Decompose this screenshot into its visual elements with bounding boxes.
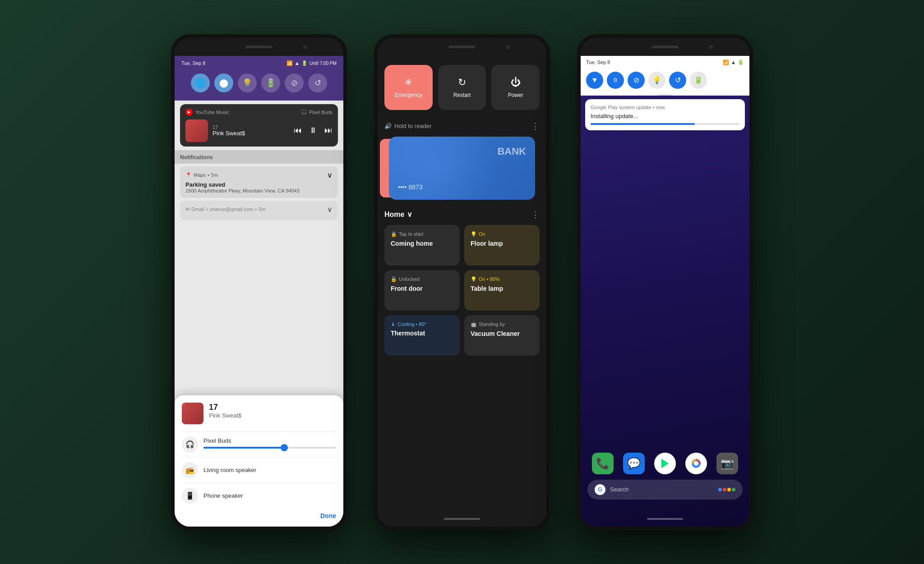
card-number: •••• 8873 [398, 183, 423, 191]
notifications-section-header: Notifications [175, 150, 343, 164]
autorotate-tile[interactable]: ↺ [308, 73, 327, 92]
next-button[interactable]: ⏭ [324, 126, 333, 135]
volume-row [203, 444, 336, 451]
home-header: Home ∨ ⋮ [384, 210, 540, 220]
p3-battery-tile[interactable]: 🔋 [690, 72, 707, 89]
front-camera-2 [506, 45, 510, 49]
emergency-button[interactable]: ✳ Emergency [384, 65, 433, 110]
phone-app-icon[interactable]: 📞 [592, 453, 614, 474]
p3-dnd-tile[interactable]: ⊘ [628, 72, 645, 89]
play-pause-button[interactable]: ⏸ [309, 126, 317, 135]
power-button[interactable]: ⏻ Power [491, 65, 540, 110]
nfc-title: 🔊 Hold to reader [384, 123, 431, 129]
maps-notification[interactable]: 📍 Maps • 5m ∨ Parking saved 1600 Amphith… [180, 166, 338, 198]
messages-app-icon[interactable]: 💬 [623, 453, 645, 474]
volume-slider[interactable] [203, 447, 336, 449]
nfc-section: 🔊 Hold to reader ⋮ BANK •••• 8873 [378, 117, 546, 204]
p3-sync-tile[interactable]: ↺ [669, 72, 686, 89]
notif-chevron-icon: ∨ [327, 171, 333, 179]
living-room-label: Living room speaker [203, 467, 256, 473]
phone-speaker-icon: 📱 [182, 488, 198, 504]
notifications-label: Notifications [180, 154, 213, 160]
p3-date: Tue, Sep 8 [586, 60, 610, 65]
pixel-buds-output[interactable]: 🎧 Pixel Buds [182, 431, 336, 457]
prev-button[interactable]: ⏮ [294, 126, 302, 135]
bank-card[interactable]: BANK •••• 8873 [389, 137, 535, 200]
play-store-icon[interactable] [654, 453, 676, 474]
home-more-icon[interactable]: ⋮ [531, 210, 540, 220]
nfc-more-icon[interactable]: ⋮ [531, 121, 540, 131]
phone-speaker-output[interactable]: 📱 Phone speaker [182, 483, 336, 509]
phone-2-top-bar [378, 38, 546, 56]
restart-button[interactable]: ↻ Restart [438, 65, 486, 110]
wifi-tile[interactable]: 🌐 [191, 73, 210, 92]
google-assistant-icon [718, 488, 735, 491]
front-door-status: 🔓 Unlocked [391, 276, 453, 282]
floor-lamp-tile[interactable]: 💡 On Floor lamp [464, 225, 540, 266]
table-lamp-name: Table lamp [471, 285, 533, 292]
coming-home-tile[interactable]: 🔒 Tap to start Coming home [384, 225, 460, 266]
media-app-row: ▶ YouTube Music 🎧 Pixel Buds [185, 109, 333, 116]
google-search-bar[interactable]: G Search [587, 480, 743, 500]
power-menu: ✳ Emergency ↻ Restart ⏻ Power [378, 56, 546, 117]
thermostat-tile[interactable]: 🌡 Cooling • 80° Thermostat [384, 315, 460, 356]
pixel-buds-section: Pixel Buds [203, 437, 336, 451]
phone-3-top-bar [581, 38, 749, 56]
youtube-music-icon: ▶ [185, 109, 193, 116]
google-play-notification[interactable]: Google Play system update • now Installi… [585, 99, 745, 130]
floor-lamp-status: 💡 On [471, 231, 533, 237]
home-indicator [444, 518, 480, 520]
front-door-tile[interactable]: 🔓 Unlocked Front door [384, 270, 460, 311]
emergency-icon: ✳ [404, 77, 412, 88]
battery-icon: 🔋 [301, 60, 308, 66]
wifi-icon: 📶 [286, 60, 293, 66]
bluetooth-tile[interactable]: ⬤ [214, 73, 233, 92]
status-icons: 📶 ▲ 🔋 Until 7:00 PM [286, 60, 337, 66]
speaker-grille-3 [651, 46, 679, 48]
floor-lamp-name: Floor lamp [471, 240, 533, 247]
bank-name: BANK [398, 146, 526, 157]
table-lamp-tile[interactable]: 💡 On • 80% Table lamp [464, 270, 540, 311]
dialog-track-name: Pink Sweat$ [209, 412, 241, 419]
flashlight-tile[interactable]: 💡 [238, 73, 257, 92]
play-notif-title: Installing update... [591, 113, 739, 119]
media-player-card: ▶ YouTube Music 🎧 Pixel Buds 17 Pink Swe… [180, 104, 338, 147]
smart-home-section: Home ∨ ⋮ 🔒 Tap to start Coming home [378, 204, 546, 361]
nfc-header: 🔊 Hold to reader ⋮ [384, 121, 540, 131]
audio-output-dialog: 17 Pink Sweat$ 🎧 Pixel Buds [175, 395, 343, 527]
gmail-notification[interactable]: ✉ Gmail • chance@gmail.com • 5m ∨ [180, 201, 338, 220]
wallpaper-area [581, 134, 749, 359]
dialog-album-art [182, 403, 203, 424]
p3-flashlight-tile[interactable]: 💡 [648, 72, 665, 89]
p3-bluetooth-tile[interactable]: B [607, 72, 624, 89]
gmail-chevron-icon: ∨ [327, 205, 333, 214]
status-date: Tue, Sep 8 [181, 60, 205, 66]
app-dock: 📞 💬 📷 [587, 453, 743, 500]
phone-1-screen: Tue, Sep 8 📶 ▲ 🔋 Until 7:00 PM 🌐 ⬤ 💡 🔋 ⊘… [175, 56, 343, 527]
vacuum-tile[interactable]: 🤖 Standing by Vacuum Cleaner [464, 315, 540, 356]
dnd-tile[interactable]: ⊘ [285, 73, 304, 92]
lock-icon: 🔒 [391, 231, 397, 237]
status-bar: Tue, Sep 8 📶 ▲ 🔋 Until 7:00 PM [181, 60, 337, 66]
search-placeholder: Search [610, 486, 628, 493]
living-room-speaker-output[interactable]: 📻 Living room speaker [182, 457, 336, 483]
home-tiles-grid: 🔒 Tap to start Coming home 💡 On Floor la… [384, 225, 540, 356]
quick-settings-tiles: 🌐 ⬤ 💡 🔋 ⊘ ↺ [181, 70, 337, 97]
thermostat-status: 🌡 Cooling • 80° [391, 321, 453, 327]
svg-point-2 [694, 461, 698, 466]
media-device: 🎧 Pixel Buds [301, 109, 333, 115]
p3-wifi-tile[interactable]: ▼ [586, 72, 603, 89]
done-button[interactable]: Done [182, 509, 336, 519]
table-lamp-status: 💡 On • 80% [471, 276, 533, 282]
album-art [185, 119, 208, 142]
camera-app-icon[interactable]: 📷 [716, 453, 738, 474]
front-camera [303, 45, 307, 49]
power-label: Power [508, 92, 523, 98]
home-title: Home ∨ [384, 210, 412, 219]
chrome-icon[interactable] [685, 453, 707, 474]
power-icon: ⏻ [511, 77, 521, 88]
volume-thumb [281, 444, 288, 451]
battery-saver-tile[interactable]: 🔋 [261, 73, 280, 92]
notif-title: Parking saved [185, 181, 333, 188]
p3-shade-handle [658, 94, 672, 96]
